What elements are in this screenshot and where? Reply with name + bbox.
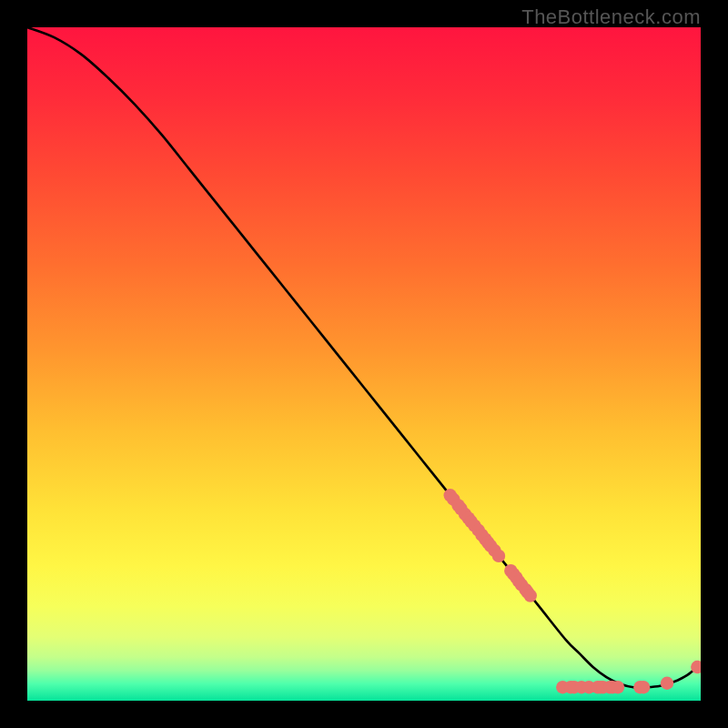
plot-area bbox=[27, 27, 701, 701]
data-marker bbox=[637, 681, 650, 693]
chart-svg bbox=[27, 27, 701, 701]
data-marker bbox=[661, 677, 673, 690]
data-marker bbox=[524, 589, 537, 602]
watermark-text: TheBottleneck.com bbox=[521, 5, 701, 29]
gradient-background bbox=[27, 27, 701, 701]
chart-stage: TheBottleneck.com bbox=[0, 0, 728, 728]
data-marker bbox=[612, 681, 624, 693]
data-marker bbox=[492, 550, 505, 562]
